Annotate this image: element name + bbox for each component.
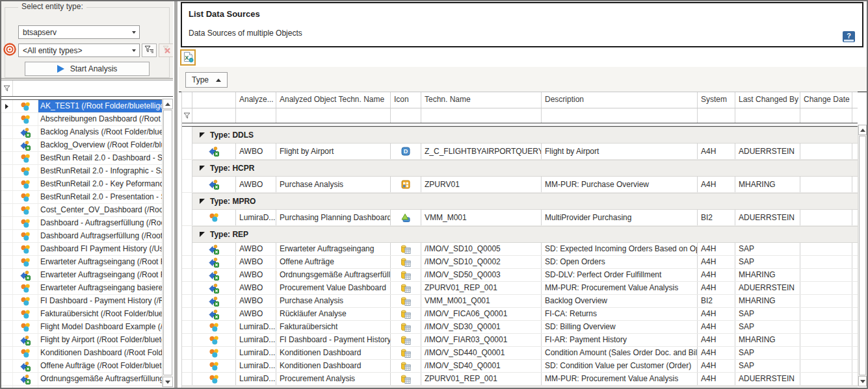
collapse-group-icon[interactable] bbox=[200, 132, 205, 138]
column-header-icon[interactable]: Icon bbox=[391, 92, 421, 108]
entity-label: BestRunRetail 2.0 - Presentation - Sampl bbox=[38, 191, 162, 203]
scrollbar-thumb[interactable] bbox=[859, 136, 866, 375]
entity-list-item[interactable]: BestRun Retail 2.0 - Dashboard - Sample bbox=[1, 152, 162, 165]
lumira-object-icon bbox=[192, 360, 236, 372]
entity-list-item[interactable]: Dashboard FI Payment History (/User Fo bbox=[1, 243, 162, 256]
table-row[interactable]: AWBOPurchase AnalysisZPURV01MM-PUR: Purc… bbox=[182, 177, 858, 193]
entity-list-item[interactable]: BestRunRetail 2.0 - Presentation - Sampl bbox=[1, 191, 162, 204]
table-scrollbar[interactable] bbox=[858, 125, 867, 386]
group-by-panel[interactable]: Type bbox=[179, 67, 867, 92]
mpro-datasource-icon bbox=[391, 210, 421, 225]
table-row[interactable]: LumiraD...FI Dashboard - Payment History… bbox=[182, 334, 858, 347]
entity-list-item[interactable]: Erwarteter Auftragseingang (/Root Folde bbox=[1, 269, 162, 282]
filter-funnel-icon[interactable] bbox=[182, 108, 192, 123]
entity-list-item[interactable]: Ordnungsgemäße Auftragserfüllung (/Ro bbox=[1, 373, 162, 386]
column-header-last-changed-by[interactable]: Last Changed By bbox=[735, 92, 800, 108]
table-row[interactable]: AWBOOffene Aufträge/IMO/V_SD10_Q0002SD: … bbox=[182, 256, 858, 269]
filter-cell[interactable] bbox=[735, 108, 800, 123]
entity-list-item[interactable]: Backlog Analysis (/Root Folder/bluetelli… bbox=[1, 126, 162, 139]
entity-list-item[interactable]: Flight by Airport (/Root Folder/bluetell… bbox=[1, 334, 162, 347]
entity-list-filter-row[interactable] bbox=[1, 81, 173, 96]
entity-list-item[interactable]: Fakturaübersicht (/Root Folder/bluetelli… bbox=[1, 308, 162, 321]
entity-list-item[interactable]: FI Dashboard - Payment History (/Root F bbox=[1, 295, 162, 308]
group-row[interactable]: Type: DDLS bbox=[182, 127, 858, 144]
table-row[interactable]: LumiraD...Konditionen Dashboard/IMO/V_SD… bbox=[182, 360, 858, 373]
entity-list-item[interactable]: Dashboard Auftragserfüllung (/Root Fold bbox=[1, 230, 162, 243]
panel-splitter[interactable] bbox=[173, 1, 179, 388]
row-indicator bbox=[1, 360, 13, 372]
entity-type-combo[interactable]: <All entity types> bbox=[18, 44, 140, 57]
table-filter-row[interactable] bbox=[182, 108, 858, 123]
entity-list-item[interactable]: Offene Aufträge (/Root Folder/bluetellig bbox=[1, 360, 162, 373]
target-icon bbox=[3, 42, 17, 56]
entity-list-item[interactable]: BestRunRetail 2.0 - Infographic - Sample bbox=[1, 165, 162, 178]
filter-cell[interactable] bbox=[698, 108, 735, 123]
chevron-down-icon[interactable] bbox=[128, 44, 139, 56]
column-header-techn-name[interactable]: Techn. Name bbox=[421, 92, 542, 108]
entity-list-scrollbar[interactable] bbox=[162, 99, 173, 387]
cell-last-changed-by: ADUERRSTEIN bbox=[735, 210, 800, 225]
table-row[interactable]: AWBOOrdnungsgemäße Auftragserfüllung/IMO… bbox=[182, 269, 858, 282]
filter-cell[interactable] bbox=[276, 108, 391, 123]
collapse-group-icon[interactable] bbox=[200, 232, 205, 237]
group-by-chip-type[interactable]: Type bbox=[185, 72, 228, 88]
table-row[interactable]: AWBOErwarteter Auftragseingang/IMO/V_SD1… bbox=[182, 243, 858, 256]
group-row[interactable]: Type: HCPR bbox=[182, 160, 858, 177]
entity-list-item[interactable]: AK_TEST1 (/Root Folder/bluetelligence/S bbox=[1, 100, 162, 113]
filter-cell[interactable] bbox=[236, 108, 276, 123]
collapse-group-icon[interactable] bbox=[200, 199, 205, 204]
filter-cell[interactable] bbox=[391, 108, 421, 123]
start-analysis-button[interactable]: Start Analysis bbox=[25, 62, 150, 76]
entity-list-item[interactable]: Erwarteter Auftragseingang (/Root Folde bbox=[1, 256, 162, 269]
column-header-system[interactable]: System bbox=[698, 92, 735, 108]
column-header-0[interactable] bbox=[182, 92, 192, 108]
group-row[interactable]: Type: MPRO bbox=[182, 193, 858, 210]
entity-list-item[interactable]: Flight Model Dashboard Example (/Root bbox=[1, 321, 162, 334]
filter-menu-button[interactable] bbox=[142, 44, 157, 57]
cell-techn-name: /IMO/V_SD10_Q0002 bbox=[421, 256, 542, 268]
table-row[interactable]: LumiraD...Procurement AnalysisZPURV01_RE… bbox=[182, 373, 858, 386]
collapse-group-icon[interactable] bbox=[200, 166, 205, 171]
table-row[interactable]: AWBOPurchase AnalysisVMM_M001_Q001Backlo… bbox=[182, 295, 858, 308]
entity-list-item[interactable]: Procurement Analysis (/Root Folder/bl bbox=[1, 386, 162, 388]
column-header-change-date[interactable]: Change Date bbox=[800, 92, 852, 108]
entity-list-item[interactable]: Abschreibungen Dashboard (/Root Folde bbox=[1, 113, 162, 126]
help-book-icon[interactable]: ? bbox=[843, 31, 855, 42]
column-header-analyzed-object-techn-name[interactable]: Analyzed Object Techn. Name bbox=[276, 92, 391, 108]
excel-export-button[interactable]: X bbox=[180, 49, 196, 66]
entity-list: AK_TEST1 (/Root Folder/bluetelligence/SA… bbox=[1, 80, 173, 388]
clear-filter-button[interactable] bbox=[159, 44, 174, 57]
cell-change-date bbox=[800, 177, 852, 192]
table-row[interactable]: LumiraD...Konditionen Dashboard/IMO/V_SD… bbox=[182, 347, 858, 360]
table-row[interactable]: AWBORückläufer Analyse/IMO/V_FICA06_Q000… bbox=[182, 308, 858, 321]
entity-list-item[interactable]: Konditionen Dashboard (/Root Folder/blu bbox=[1, 347, 162, 360]
cell-change-date bbox=[800, 243, 852, 255]
filter-cell[interactable] bbox=[421, 108, 542, 123]
column-header-description[interactable]: Description bbox=[542, 92, 698, 108]
column-header-analyze-[interactable]: Analyze... bbox=[236, 92, 276, 108]
table-row[interactable]: LumiraD...Purchasing Planning DashboardV… bbox=[182, 210, 858, 226]
entity-list-item[interactable]: Cost_Center_OV_Dashboard (/Root Fold bbox=[1, 204, 162, 217]
filter-cell[interactable] bbox=[800, 108, 852, 123]
table-row[interactable]: AWBOFlight by AirportDZ_C_FLIGHTBYAIRPOR… bbox=[182, 144, 858, 160]
entity-list-item[interactable]: BestRunRetail 2.0 - Key Peformance - Sa bbox=[1, 178, 162, 191]
table-row[interactable]: AWBOProcurement Value DashboardZPURV01_R… bbox=[182, 282, 858, 295]
entity-list-item[interactable]: Erwarteter Auftragseingang basierend a bbox=[1, 282, 162, 295]
scroll-down-button[interactable] bbox=[163, 377, 173, 387]
chevron-down-icon[interactable] bbox=[128, 26, 139, 38]
entity-list-item[interactable]: Dashboard - Auftragserfüllung (/Root Fo bbox=[1, 217, 162, 230]
scroll-up-button[interactable] bbox=[163, 99, 173, 109]
scroll-down-button[interactable] bbox=[858, 376, 867, 386]
column-header-1[interactable] bbox=[192, 92, 236, 108]
system-combo[interactable]: btsapserv bbox=[18, 25, 140, 39]
entity-list-item[interactable]: Backlog_Overview (/Root Folder/bluetell bbox=[1, 139, 162, 152]
group-row[interactable]: Type: REP bbox=[182, 226, 858, 243]
scroll-up-button[interactable] bbox=[858, 125, 867, 135]
filter-cell[interactable] bbox=[542, 108, 698, 123]
cell-last-changed-by: MHARING bbox=[735, 334, 800, 346]
scrollbar-thumb[interactable] bbox=[163, 110, 172, 375]
cell-last-changed-by: SAP bbox=[735, 360, 800, 372]
table-row[interactable]: LumiraD...Fakturaübersicht/IMO/V_SD30_Q0… bbox=[182, 321, 858, 334]
filter-cell[interactable] bbox=[192, 108, 236, 123]
lumira-object-icon bbox=[13, 230, 38, 242]
